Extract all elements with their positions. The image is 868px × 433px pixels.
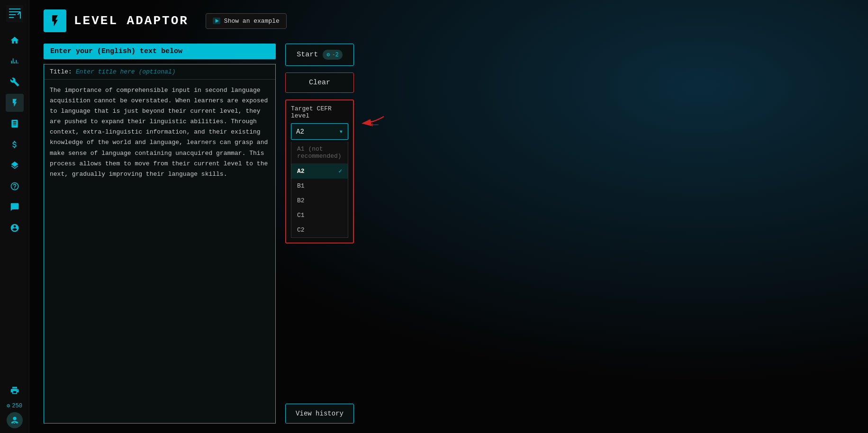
sidebar-item-tools[interactable] [6,73,24,91]
view-history-button[interactable]: View history [285,404,354,424]
sidebar-item-print[interactable] [6,381,24,399]
cefr-label: Target CEFR level [291,105,348,119]
cefr-option-b2[interactable]: B2 [291,193,348,208]
show-example-label: Show an example [224,18,280,25]
sidebar-item-user[interactable] [6,219,24,237]
header-icon-box [44,9,66,32]
sidebar-item-home[interactable] [6,31,24,49]
sidebar-item-stack[interactable] [6,156,24,174]
library-icon [10,119,19,128]
cefr-select-display[interactable]: A2 ▾ [291,123,348,140]
level-adaptor-icon [10,98,19,108]
help-icon [10,181,19,191]
title-input[interactable] [76,68,270,75]
credits-value: 250 [12,403,22,409]
right-controls: Start ⚙ -2 Clear Target CEFR level A2 ▾ [285,44,354,424]
avatar-icon [9,415,20,425]
credits-display: ⚙ 250 [7,402,22,409]
credits-icon: ⚙ [7,402,10,409]
show-example-icon [213,18,220,24]
cefr-option-a2[interactable]: A2 ✓ [291,163,348,179]
checkmark-icon: ✓ [338,167,342,175]
cefr-option-c2[interactable]: C2 [291,223,348,237]
sidebar: ⚙ 250 [0,0,29,433]
sidebar-item-pricing[interactable] [6,135,24,153]
title-label: Title: [50,68,72,75]
clear-button[interactable]: Clear [285,72,354,93]
text-panel: Enter your (English) text below Title: T… [44,44,276,424]
sidebar-item-analytics[interactable] [6,52,24,70]
sidebar-item-level-adaptor[interactable] [6,94,24,112]
analytics-icon [10,56,19,66]
input-section: Enter your (English) text below Title: T… [44,44,854,424]
cefr-option-b2-label: B2 [297,197,305,204]
cefr-option-a1-label: A1 (notrecommended) [297,145,342,160]
header: LEVEL ADAPTOR Show an example [44,9,854,32]
cefr-section: Target CEFR level A2 ▾ A1 (notrecommende… [285,99,354,244]
cefr-selected-value: A2 [296,128,304,135]
cefr-option-c1-label: C1 [297,212,305,219]
start-button[interactable]: Start ⚙ -2 [285,44,354,66]
start-label: Start [297,51,318,59]
sidebar-item-help[interactable] [6,177,24,195]
sidebar-logo [6,5,24,23]
credit-value: -2 [332,52,338,58]
cefr-dropdown: A1 (notrecommended) A2 ✓ B1 B2 [291,142,348,238]
user-avatar[interactable] [7,412,23,428]
title-bar: Title: [44,64,275,80]
main-content: LEVEL ADAPTOR Show an example Enter your… [29,0,868,433]
app-logo-icon [6,5,23,22]
text-area[interactable]: The importance of comprehensible input i… [44,80,275,423]
sidebar-item-library[interactable] [6,115,24,133]
show-example-button[interactable]: Show an example [206,13,287,29]
cefr-option-b1[interactable]: B1 [291,179,348,193]
home-icon [10,36,19,45]
print-icon [10,386,19,395]
chevron-down-icon: ▾ [339,127,343,135]
cefr-option-c2-label: C2 [297,226,305,234]
view-history-label: View history [296,410,344,417]
enter-text-label: Enter your (English) text below [44,44,276,59]
pricing-icon [10,140,19,149]
credit-icon: ⚙ [326,51,330,58]
stack-icon [10,161,19,170]
svg-point-7 [13,417,16,420]
tools-icon [10,77,19,87]
credit-badge: ⚙ -2 [323,50,343,60]
cefr-wrapper: Target CEFR level A2 ▾ A1 (notrecommende… [285,99,354,244]
sidebar-item-chat[interactable] [6,198,24,216]
header-icon [48,14,62,27]
sidebar-credits-section: ⚙ 250 [6,381,24,428]
cefr-option-c1[interactable]: C1 [291,208,348,223]
cefr-option-b1-label: B1 [297,182,305,189]
user-icon [10,223,19,233]
text-editor-container: Title: The importance of comprehensible … [44,64,276,424]
cefr-option-a2-label: A2 [297,168,305,175]
arrow-svg [360,113,386,132]
cefr-option-a1[interactable]: A1 (notrecommended) [291,142,348,163]
page-title: LEVEL ADAPTOR [74,14,189,28]
chat-icon [10,202,19,212]
clear-label: Clear [309,79,330,87]
